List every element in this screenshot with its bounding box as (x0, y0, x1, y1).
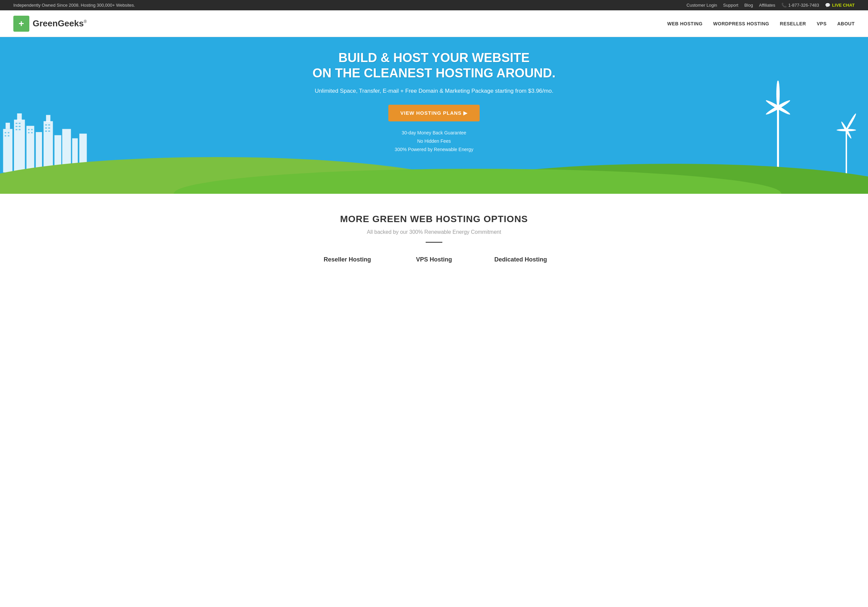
option-vps-label: VPS Hosting (416, 256, 452, 263)
option-dedicated: Dedicated Hosting (487, 256, 554, 263)
hero-content: BUILD & HOST YOUR WEBSITE ON THE CLEANES… (306, 37, 562, 194)
nav-reseller[interactable]: RESELLER (780, 21, 806, 26)
options-section: MORE GREEN WEB HOSTING OPTIONS All backe… (0, 194, 868, 270)
svg-rect-17 (19, 123, 21, 124)
tagline: Independently Owned Since 2008. Hosting … (13, 3, 135, 8)
options-title: MORE GREEN WEB HOSTING OPTIONS (13, 214, 855, 224)
svg-rect-1 (6, 123, 10, 129)
cta-button[interactable]: VIEW HOSTING PLANS ▶ (388, 105, 480, 121)
svg-rect-28 (45, 127, 47, 129)
nav-links: WEB HOSTING WORDPRESS HOSTING RESELLER V… (667, 21, 855, 26)
svg-rect-14 (5, 135, 6, 137)
phone-number: 1-877-326-7483 (788, 3, 819, 8)
svg-rect-22 (28, 129, 29, 130)
svg-rect-26 (45, 124, 47, 126)
wind-turbine-1 (761, 81, 795, 175)
svg-rect-32 (777, 107, 779, 174)
svg-rect-4 (26, 126, 34, 172)
wind-turbine-2 (835, 109, 858, 180)
svg-rect-23 (31, 129, 33, 130)
svg-rect-2 (14, 120, 25, 173)
phone-icon: 📞 (781, 3, 787, 8)
top-bar-right: Customer Login Support Blog Affiliates 📞… (687, 3, 855, 8)
svg-rect-13 (8, 132, 9, 134)
svg-point-39 (845, 113, 857, 131)
live-chat-label: LIVE CHAT (832, 3, 855, 8)
svg-rect-12 (5, 132, 6, 134)
svg-rect-27 (48, 124, 50, 126)
chat-icon: 💬 (825, 3, 830, 8)
svg-rect-24 (28, 132, 29, 134)
hero-subtitle: Unlimited Space, Transfer, E-mail + Free… (312, 87, 555, 95)
svg-rect-7 (46, 115, 50, 122)
svg-rect-18 (16, 126, 18, 127)
svg-rect-19 (19, 126, 21, 127)
svg-rect-30 (45, 130, 47, 132)
option-vps: VPS Hosting (401, 256, 467, 263)
options-subtitle: All backed by our 300% Renewable Energy … (13, 229, 855, 235)
support-link[interactable]: Support (723, 3, 738, 8)
feature-3: 300% Powered by Renewable Energy (312, 145, 555, 154)
option-reseller: Reseller Hosting (314, 256, 381, 263)
options-grid: Reseller Hosting VPS Hosting Dedicated H… (13, 256, 855, 263)
phone-link[interactable]: 📞 1-877-326-7483 (781, 3, 819, 8)
svg-rect-31 (48, 130, 50, 132)
customer-login-link[interactable]: Customer Login (687, 3, 717, 8)
svg-point-34 (777, 81, 780, 108)
live-chat-button[interactable]: 💬 LIVE CHAT (825, 3, 855, 8)
svg-rect-6 (44, 121, 53, 172)
option-reseller-label: Reseller Hosting (324, 256, 371, 263)
svg-rect-37 (846, 130, 847, 177)
nav-about[interactable]: ABOUT (837, 21, 855, 26)
svg-rect-25 (31, 132, 33, 134)
nav-vps[interactable]: VPS (817, 21, 827, 26)
svg-rect-29 (48, 127, 50, 129)
logo-icon: + (13, 16, 29, 32)
affiliates-link[interactable]: Affiliates (759, 3, 775, 8)
svg-rect-15 (8, 135, 9, 137)
svg-point-41 (837, 129, 856, 131)
nav-wordpress-hosting[interactable]: WORDPRESS HOSTING (713, 21, 769, 26)
feature-1: 30-day Money Back Guarantee (312, 129, 555, 137)
hero-title: BUILD & HOST YOUR WEBSITE ON THE CLEANES… (312, 50, 555, 81)
nav-web-hosting[interactable]: WEB HOSTING (667, 21, 703, 26)
svg-rect-16 (16, 123, 18, 124)
hero-section: BUILD & HOST YOUR WEBSITE ON THE CLEANES… (0, 37, 868, 194)
feature-2: No Hidden Fees (312, 137, 555, 145)
svg-rect-3 (17, 113, 22, 120)
main-navigation: + GreenGeeks® WEB HOSTING WORDPRESS HOST… (0, 10, 868, 37)
logo-text: GreenGeeks® (33, 19, 87, 29)
logo-link[interactable]: + GreenGeeks® (13, 16, 87, 32)
svg-rect-21 (19, 129, 21, 130)
svg-rect-20 (16, 129, 18, 130)
top-bar: Independently Owned Since 2008. Hosting … (0, 0, 868, 10)
hero-features: 30-day Money Back Guarantee No Hidden Fe… (312, 129, 555, 154)
blog-link[interactable]: Blog (744, 3, 753, 8)
option-dedicated-label: Dedicated Hosting (494, 256, 547, 263)
section-divider (426, 242, 442, 243)
